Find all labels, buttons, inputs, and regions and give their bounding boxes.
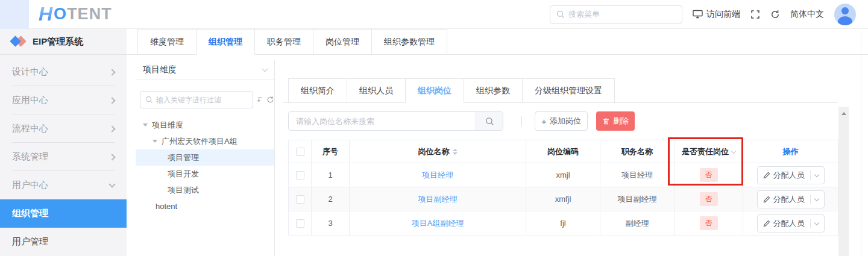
eip-logo-icon (11, 34, 27, 49)
triangle-down-icon (153, 140, 157, 143)
refresh-button[interactable] (770, 10, 780, 19)
post-name-link[interactable]: 项目A组副经理 (412, 219, 464, 228)
chevron-right-icon (108, 154, 115, 160)
tree-node-project-manage[interactable]: 项目管理 (136, 149, 274, 166)
tree-filter-row (136, 91, 274, 108)
table-header-row: 序号 岗位名称 岗位编码 职务名称 是否责任岗位 操作 (289, 140, 838, 163)
tab-org-manage[interactable]: 组织管理 (197, 29, 255, 55)
pen-icon (763, 196, 770, 203)
tree-node-project-dev[interactable]: 项目开发 (136, 166, 274, 182)
fullscreen-button[interactable] (750, 10, 760, 19)
post-name-link[interactable]: 项目副经理 (418, 195, 458, 204)
post-search-button[interactable] (476, 112, 503, 130)
tree-node-dimension[interactable]: 项目维度 (136, 117, 274, 133)
toolbar-divider (521, 116, 522, 126)
row-checkbox[interactable] (296, 171, 304, 180)
org-tree-panel: 项目维度 (136, 60, 275, 256)
tab-org-hierarchy-settings[interactable]: 分级组织管理设置 (523, 78, 615, 103)
dimension-select[interactable]: 项目维度 (136, 60, 274, 80)
post-search-input[interactable] (289, 112, 476, 130)
table-row: 1 项目经理 xmjl 项目经理 否 分配人员 (289, 163, 838, 187)
sidebar-item-system-manage[interactable]: 系统管理 (0, 143, 127, 171)
col-header-index: 序号 (312, 140, 350, 163)
post-name-link[interactable]: 项目经理 (422, 170, 453, 180)
col-header-name[interactable]: 岗位名称 (350, 140, 526, 163)
sidebar-item-user-center[interactable]: 用户中心 (0, 171, 127, 199)
tree-filter-box (140, 91, 253, 108)
select-all-checkbox[interactable] (296, 148, 304, 156)
vertical-scrollbar[interactable] (838, 107, 849, 256)
detail-tab-bar: 组织简介 组织人员 组织岗位 组织参数 分级组织管理设置 (283, 78, 838, 103)
tab-org-members[interactable]: 组织人员 (347, 78, 406, 103)
assign-people-button[interactable]: 分配人员 (757, 166, 825, 184)
row-checkbox[interactable] (296, 219, 304, 228)
table-row: 2 项目副经理 xmfjl 项目副经理 否 分配人员 (289, 187, 838, 211)
pen-icon (763, 220, 770, 227)
tree-filter-input[interactable] (156, 96, 234, 104)
chevron-down-icon[interactable] (814, 196, 819, 201)
sidebar-item-process-center[interactable]: 流程中心 (0, 114, 127, 143)
assign-people-button[interactable]: 分配人员 (757, 214, 825, 233)
collapse-all-icon[interactable] (256, 96, 263, 104)
visit-frontend-button[interactable]: 访问前端 (693, 9, 740, 20)
tab-duty-manage[interactable]: 职务管理 (255, 29, 313, 55)
filter-chevron-icon[interactable] (731, 148, 736, 153)
tree-node-hotent[interactable]: hotent (136, 198, 274, 214)
scroll-up-arrow-icon[interactable] (841, 112, 846, 115)
org-tree: 项目维度 广州宏天软件项目A组 项目管理 项目开发 (136, 117, 274, 214)
language-switcher[interactable]: 简体中文 (790, 9, 824, 20)
avatar[interactable] (834, 4, 856, 25)
col-header-responsible[interactable]: 是否责任岗位 (675, 140, 743, 163)
post-search-group (288, 111, 503, 131)
org-detail-panel: 组织简介 组织人员 组织岗位 组织参数 分级组织管理设置 (283, 55, 838, 256)
triangle-down-icon (143, 123, 148, 126)
tree-node-group-a[interactable]: 广州宏天软件项目A组 (136, 133, 274, 149)
row-checkbox[interactable] (296, 195, 304, 204)
plus-icon: + (541, 117, 547, 126)
menu-search-box (550, 5, 682, 23)
sidebar-item-app-center[interactable]: 应用中心 (0, 86, 127, 114)
col-header-actions: 操作 (743, 140, 838, 163)
trash-icon (602, 117, 610, 125)
topbar-actions: 访问前端 简体中文 (550, 4, 868, 25)
responsible-badge: 否 (700, 192, 718, 205)
sidebar-item-user-manage[interactable]: 用户管理 (0, 228, 127, 256)
sidebar-header: EIP管理系统 (0, 29, 127, 55)
responsible-badge: 否 (700, 168, 718, 181)
pen-icon (763, 172, 770, 179)
responsible-badge: 否 (700, 216, 718, 229)
chevron-down-icon[interactable] (814, 220, 819, 225)
post-toolbar: + 添加岗位 删除 (288, 111, 635, 131)
menu-search-input[interactable] (568, 10, 676, 19)
tab-org-param-manage[interactable]: 组织参数管理 (372, 29, 447, 55)
assign-people-button[interactable]: 分配人员 (757, 190, 825, 208)
sidebar-item-org-manage[interactable]: 组织管理 (0, 199, 127, 228)
topbar: HOTENT 访问前端 简体中文 (0, 0, 868, 29)
tab-org-params[interactable]: 组织参数 (464, 78, 523, 103)
tab-dimension-manage[interactable]: 维度管理 (137, 29, 197, 55)
sidebar-menu: 设计中心 应用中心 流程中心 系统管理 用户中心 (0, 58, 127, 256)
tab-org-intro[interactable]: 组织简介 (288, 78, 347, 103)
chevron-right-icon (108, 125, 115, 132)
add-post-button[interactable]: + 添加岗位 (535, 111, 588, 131)
tree-node-project-test[interactable]: 项目测试 (136, 182, 274, 198)
menu-collapse-button[interactable] (0, 0, 29, 29)
sort-icon[interactable] (453, 149, 458, 155)
tab-post-manage[interactable]: 岗位管理 (313, 29, 372, 55)
visit-frontend-label: 访问前端 (706, 9, 740, 20)
system-title: EIP管理系统 (33, 36, 83, 48)
chevron-right-icon (108, 69, 115, 75)
app-body: EIP管理系统 设计中心 应用中心 流程中心 系统管理 (0, 29, 868, 256)
right-edge-divider (861, 29, 861, 256)
app-logo: HOTENT (39, 3, 112, 25)
tab-org-posts[interactable]: 组织岗位 (406, 78, 464, 103)
tab-content: 项目维度 (127, 55, 868, 256)
table-row: 3 项目A组副经理 fjl 副经理 否 分配人员 (289, 211, 838, 236)
chevron-down-icon (108, 181, 115, 187)
chevron-down-icon (262, 66, 268, 72)
col-header-code: 岗位编码 (526, 140, 600, 163)
chevron-down-icon[interactable] (814, 172, 819, 176)
sidebar-item-design-center[interactable]: 设计中心 (0, 58, 127, 86)
delete-button[interactable]: 删除 (596, 111, 635, 131)
refresh-tree-icon[interactable] (266, 96, 274, 104)
